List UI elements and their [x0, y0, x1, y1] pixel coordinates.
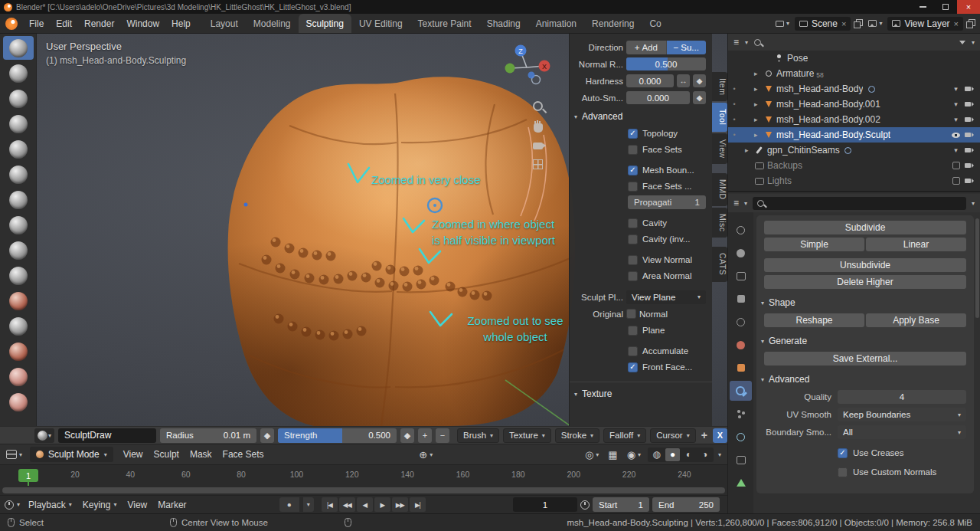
checkbox-row[interactable]: Area Normal — [628, 269, 706, 283]
visibility-icon[interactable] — [949, 133, 962, 138]
brush-tool-button[interactable] — [3, 87, 34, 110]
transport-button[interactable]: ◀ — [357, 497, 373, 512]
brush-option-dropdown[interactable]: Cursor▾ — [650, 428, 696, 443]
transport-button[interactable]: ▶ — [374, 497, 390, 512]
checkbox[interactable] — [628, 218, 638, 228]
view-layer-unlink-icon[interactable]: × — [954, 19, 959, 28]
shading-options-caret-icon[interactable]: ▾ — [718, 451, 721, 458]
checkbox-row[interactable]: Front Face... — [628, 360, 706, 374]
subdivide-button[interactable]: Subdivide — [764, 221, 966, 234]
checkbox-row[interactable]: Topology — [628, 126, 706, 140]
checkbox-row[interactable]: Cavity — [628, 216, 706, 230]
properties-tab[interactable] — [730, 220, 752, 240]
overlays-dropdown[interactable]: ◉ ▾ — [625, 449, 643, 461]
visibility-icon[interactable] — [949, 177, 962, 185]
outliner-search-icon[interactable] — [754, 39, 761, 46]
subdivide-linear-button[interactable]: Linear — [866, 238, 966, 251]
scene-browse-button[interactable]: ▾ — [773, 20, 792, 27]
original-plane-row[interactable]: Plane — [628, 323, 706, 337]
xray-toggle-icon[interactable]: ▦ — [606, 449, 619, 461]
hardness-animate-icon[interactable]: ◆ — [693, 74, 706, 87]
gizmo-y-axis[interactable] — [505, 64, 515, 74]
view-layer-browse-button[interactable]: ▾ — [866, 20, 884, 27]
shading-material-icon[interactable]: ◐ — [681, 448, 696, 461]
auto-keying-record-button[interactable]: ● — [279, 497, 299, 512]
transport-button[interactable]: ◀◀ — [339, 497, 355, 512]
visibility-icon[interactable] — [949, 85, 962, 93]
workspace-tab[interactable]: Co — [642, 14, 668, 33]
subdivide-simple-button[interactable]: Simple — [764, 238, 864, 251]
shading-rendered-icon[interactable]: ◑ — [697, 448, 712, 461]
propagation-steps-field[interactable]: Propagati1 — [628, 195, 706, 209]
new-view-layer-icon[interactable] — [966, 19, 975, 28]
symmetry-x-toggle[interactable]: X — [713, 428, 727, 443]
brush-option-dropdown[interactable]: Stroke▾ — [555, 428, 599, 443]
menu-item[interactable]: Window — [120, 14, 165, 33]
brush-tool-button[interactable] — [3, 238, 34, 262]
render-visibility-icon[interactable] — [962, 87, 975, 91]
render-visibility-icon[interactable] — [962, 163, 975, 168]
timeline-ruler[interactable]: 1 20 40 60 80 100 120 140 160 180 2 — [0, 464, 727, 486]
properties-tab[interactable] — [730, 289, 752, 309]
apply-base-button[interactable]: Apply Base — [866, 313, 966, 327]
checkbox[interactable] — [838, 448, 848, 458]
brush-tool-button[interactable] — [3, 289, 34, 313]
outliner-row[interactable]: Backups — [728, 158, 980, 173]
properties-editor-icon[interactable]: ≡ — [733, 198, 739, 208]
outliner-editor-icon[interactable]: ≡ — [733, 38, 739, 47]
timeline-editor-caret-icon[interactable]: ▾ — [17, 501, 20, 508]
sidebar-tab[interactable]: Tool — [712, 103, 727, 131]
sidebar-tab[interactable]: Misc — [712, 208, 727, 238]
camera-view-icon[interactable] — [533, 143, 543, 149]
add-mode-button[interactable]: + — [418, 428, 432, 443]
visibility-icon[interactable] — [949, 116, 962, 123]
sidebar-tab[interactable]: CATS — [712, 247, 727, 281]
sidebar-tab[interactable]: MMD — [712, 173, 727, 206]
menu-item[interactable]: Render — [78, 14, 120, 33]
outliner-row[interactable]: msh_Head-and-Body.Sculpt — [728, 127, 980, 143]
header-menu-item[interactable]: Face Sets — [217, 444, 270, 464]
transport-button[interactable]: |◀ — [322, 497, 338, 512]
maximize-button[interactable] — [934, 0, 957, 14]
checkbox[interactable] — [628, 271, 638, 281]
outliner-row[interactable]: msh_Head-and-Body.002 — [728, 112, 980, 127]
normal-radius-slider[interactable]: 0.500 — [626, 57, 706, 70]
properties-options-caret-icon[interactable]: ▾ — [972, 200, 975, 207]
brush-option-dropdown[interactable]: Texture▾ — [503, 428, 551, 443]
checkbox-row[interactable]: Mesh Boun... — [628, 163, 706, 177]
render-visibility-icon[interactable] — [962, 148, 975, 152]
properties-tab[interactable] — [730, 358, 752, 378]
brush-tool-button[interactable] — [3, 61, 34, 85]
transform-orientation-button[interactable]: ⊕ ▾ — [416, 449, 435, 461]
auto-smooth-animate-icon[interactable]: ◆ — [693, 91, 706, 104]
workspace-tab[interactable]: Modeling — [246, 14, 299, 33]
properties-tab[interactable] — [730, 404, 752, 424]
checkbox-row[interactable]: Cavity (inv... — [628, 232, 706, 246]
render-visibility-icon[interactable] — [962, 117, 975, 122]
checkbox-row[interactable]: View Normal — [628, 253, 706, 267]
navigation-gizmo[interactable]: Z X — [501, 40, 551, 90]
brush-tool-button[interactable] — [3, 213, 34, 237]
outliner-row[interactable]: Lights — [728, 173, 980, 188]
original-plane-checkbox[interactable] — [628, 326, 638, 336]
shading-solid-icon[interactable]: ● — [665, 448, 680, 461]
sidebar-tab[interactable]: Item — [712, 72, 727, 101]
workspace-tab[interactable]: Texture Paint — [410, 14, 479, 33]
radius-slider[interactable]: Radius0.01 m — [160, 428, 256, 443]
editor-type-caret-icon[interactable]: ▾ — [745, 39, 748, 46]
checkbox-row[interactable]: Face Sets — [628, 143, 706, 156]
direction-subtract-button[interactable]: −Su... — [667, 41, 707, 54]
render-visibility-icon[interactable] — [962, 102, 975, 107]
expand-arrow-icon[interactable] — [754, 70, 763, 77]
properties-scrollbar[interactable] — [975, 218, 979, 318]
transport-button[interactable]: ▶| — [410, 497, 426, 512]
brush-tool-button[interactable] — [3, 112, 34, 136]
workspace-tab[interactable]: Animation — [528, 14, 584, 33]
texture-section-header[interactable]: ▾Texture — [574, 386, 706, 402]
pivot-point-button[interactable]: ◎ ▾ — [583, 449, 601, 461]
expand-arrow-icon[interactable] — [754, 100, 763, 108]
subtract-mode-button[interactable]: − — [436, 428, 449, 443]
brush-name-field[interactable]: SculptDraw — [58, 428, 156, 443]
checkbox[interactable] — [838, 467, 848, 477]
brush-tool-button[interactable] — [3, 264, 34, 287]
